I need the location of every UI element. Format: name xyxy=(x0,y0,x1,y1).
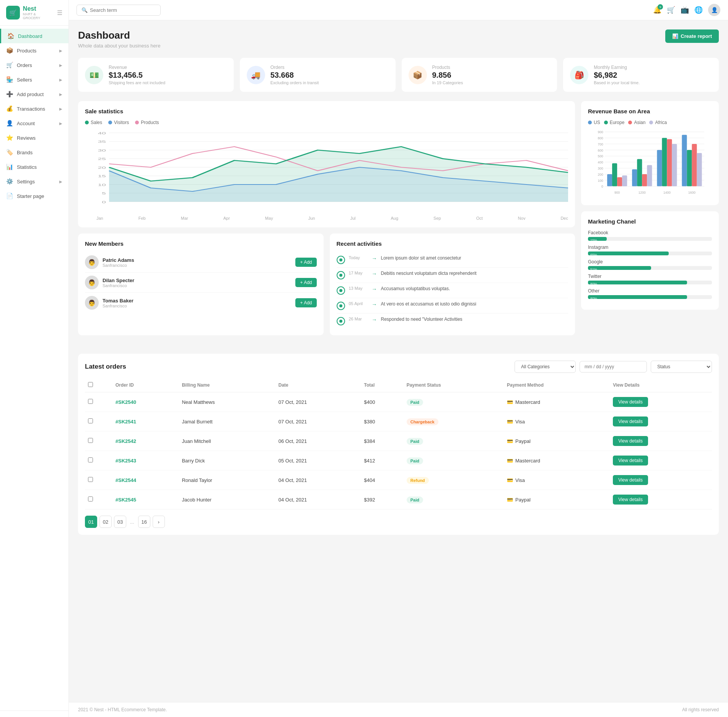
svg-rect-50 xyxy=(667,139,672,186)
date-filter[interactable] xyxy=(580,361,647,372)
cart-icon[interactable]: 🛒 xyxy=(667,6,675,14)
activity-row: 05 April → At vero eos et accusamus et i… xyxy=(337,298,568,314)
view-details-button-3[interactable]: View details xyxy=(613,456,648,465)
sidebar-item-dashboard[interactable]: 🏠 Dashboard xyxy=(0,29,68,43)
svg-rect-46 xyxy=(647,165,652,186)
sidebar-item-add-product[interactable]: ➕ Add product ▶ xyxy=(0,87,68,101)
sidebar-item-products[interactable]: 📦 Products ▶ xyxy=(0,43,68,58)
sidebar-item-starter-page[interactable]: 📄 Starter page xyxy=(0,189,68,203)
member-name-2: Tomas Baker xyxy=(103,298,134,304)
add-member-button-1[interactable]: + Add xyxy=(295,278,316,287)
sale-statistics-title: Sale statistics xyxy=(85,108,568,114)
row-checkbox-5[interactable] xyxy=(88,497,93,501)
view-details-button-0[interactable]: View details xyxy=(613,397,648,407)
svg-text:400: 400 xyxy=(598,160,603,164)
svg-text:900: 900 xyxy=(614,191,620,194)
report-icon: 📊 xyxy=(672,33,678,39)
order-total-5: $392 xyxy=(361,490,404,510)
activity-arrow-2: → xyxy=(372,286,377,292)
channel-row-facebook: Facebook 15% xyxy=(588,230,712,241)
sale-statistics-card: Sale statistics SalesVisitorsProducts 05… xyxy=(78,101,575,227)
activities-list: Today → Lorem ipsum dolor sit amet conse… xyxy=(337,252,568,328)
status-filter[interactable]: Status xyxy=(651,361,712,373)
sidebar-item-reviews[interactable]: ⭐ Reviews xyxy=(0,131,68,145)
user-avatar[interactable]: 👤 xyxy=(708,4,720,16)
sidebar-item-statistics[interactable]: 📊 Statistics xyxy=(0,160,68,174)
row-checkbox-2[interactable] xyxy=(88,438,93,443)
activity-dot-4 xyxy=(337,317,345,325)
nav-icon-dashboard: 🏠 xyxy=(7,33,14,39)
svg-text:900: 900 xyxy=(598,130,603,134)
search-input[interactable] xyxy=(90,7,156,13)
svg-text:300: 300 xyxy=(598,167,603,170)
add-member-button-0[interactable]: + Add xyxy=(295,258,316,267)
create-report-button[interactable]: 📊 Create report xyxy=(665,29,719,43)
page-button-02[interactable]: 02 xyxy=(99,516,112,528)
latest-orders-card: Latest orders All Categories Status Orde… xyxy=(78,354,719,535)
page-button-last[interactable]: 16 xyxy=(138,516,150,528)
nav-label-starter-page: Starter page xyxy=(17,193,62,199)
activity-dot-3 xyxy=(337,302,345,310)
bar-legend-asian: Asian xyxy=(628,120,645,125)
stat-icon-monthly-earning: 🎒 xyxy=(570,66,588,84)
nav-label-dashboard: Dashboard xyxy=(18,33,62,39)
row-checkbox-4[interactable] xyxy=(88,477,93,482)
sidebar-item-orders[interactable]: 🛒 Orders ▶ xyxy=(0,58,68,72)
svg-rect-54 xyxy=(687,150,692,186)
orders-filters: All Categories Status xyxy=(515,361,712,373)
sidebar-item-brands[interactable]: 🏷️ Brands xyxy=(0,145,68,160)
notification-icon[interactable]: 🔔 9 xyxy=(653,6,661,14)
activity-date-1: 17 May xyxy=(349,271,368,275)
search-box[interactable]: 🔍 xyxy=(77,5,161,16)
nav-label-orders: Orders xyxy=(17,62,55,68)
activity-arrow-3: → xyxy=(372,301,377,307)
view-details-button-1[interactable]: View details xyxy=(613,416,648,426)
month-label-feb: Feb xyxy=(138,216,146,220)
payment-status-3: Paid xyxy=(407,457,423,464)
nav-icon-account: 👤 xyxy=(6,120,13,127)
legend-dot-visitors xyxy=(108,121,112,124)
category-filter[interactable]: All Categories xyxy=(515,361,576,373)
row-checkbox-3[interactable] xyxy=(88,457,93,462)
month-label-nov: Nov xyxy=(518,216,526,220)
row-checkbox-1[interactable] xyxy=(88,418,93,423)
page-subtitle: Whole data about your business here xyxy=(78,43,160,49)
globe-icon[interactable]: 🌐 xyxy=(694,6,703,14)
nav-icon-sellers: 🏪 xyxy=(6,76,13,83)
member-avatar-2: 👨 xyxy=(85,296,99,310)
logo-icon: 🛒 xyxy=(6,6,20,20)
stat-note-orders: Excluding orders in transit xyxy=(270,80,319,85)
view-details-button-4[interactable]: View details xyxy=(613,475,648,485)
page-button-03[interactable]: 03 xyxy=(114,516,126,528)
nav-arrow-sellers: ▶ xyxy=(59,78,62,82)
select-all-checkbox[interactable] xyxy=(88,382,93,387)
sidebar-item-settings[interactable]: ⚙️ Settings ▶ xyxy=(0,174,68,189)
month-label-may: May xyxy=(265,216,273,220)
nav-label-transactions: Transactions xyxy=(17,106,55,112)
row-checkbox-0[interactable] xyxy=(88,399,93,404)
activity-date-4: 26 Mar xyxy=(349,317,368,321)
nav-icon-add-product: ➕ xyxy=(6,91,13,98)
payment-method-1: 💳Visa xyxy=(507,419,607,425)
view-details-button-2[interactable]: View details xyxy=(613,436,648,446)
pagination-next-button[interactable]: › xyxy=(153,516,165,528)
sidebar-item-sellers[interactable]: 🏪 Sellers ▶ xyxy=(0,72,68,87)
svg-rect-49 xyxy=(662,138,667,186)
order-id-1: #SK2541 xyxy=(112,412,179,431)
billing-name-0: Neal Matthews xyxy=(179,392,275,412)
order-date-5: 04 Oct, 2021 xyxy=(275,490,361,510)
sidebar-item-transactions[interactable]: 💰 Transactions ▶ xyxy=(0,101,68,116)
sidebar-item-account[interactable]: 👤 Account ▶ xyxy=(0,116,68,131)
stat-label-monthly-earning: Monthly Earning xyxy=(594,65,640,70)
view-details-button-5[interactable]: View details xyxy=(613,495,648,505)
progress-bar-other: 80% xyxy=(588,295,687,299)
month-label-sep: Sep xyxy=(433,216,441,220)
tv-icon[interactable]: 📺 xyxy=(681,6,689,14)
payment-method-2: 💳Paypal xyxy=(507,438,607,444)
add-member-button-2[interactable]: + Add xyxy=(295,298,316,307)
sidebar-nav: 🏠 Dashboard 📦 Products ▶🛒 Orders ▶🏪 Sell… xyxy=(0,26,68,710)
svg-text:100: 100 xyxy=(598,179,603,183)
page-button-01[interactable]: 01 xyxy=(85,516,97,528)
sidebar-toggle-icon[interactable]: ☰ xyxy=(57,9,62,16)
svg-rect-56 xyxy=(697,153,702,186)
